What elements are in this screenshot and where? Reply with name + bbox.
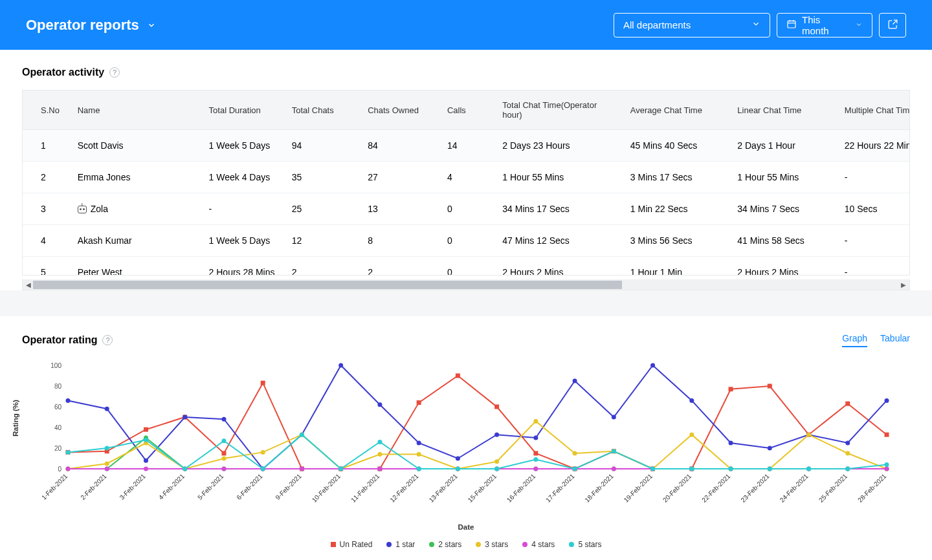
column-header[interactable]: Name — [71, 91, 203, 130]
svg-point-158 — [689, 467, 694, 471]
scrollbar-thumb[interactable] — [33, 281, 622, 289]
svg-point-141 — [885, 467, 889, 471]
table-cell: Scott Davis — [71, 130, 203, 162]
table-header-row: S.NoNameTotal DurationTotal ChatsChats O… — [23, 91, 909, 130]
table-row[interactable]: 3Zola-2513034 Mins 17 Secs1 Min 22 Secs3… — [23, 193, 909, 225]
column-header[interactable]: Total Chats — [285, 91, 361, 130]
table-cell: Emma Jones — [71, 162, 203, 193]
svg-text:28-Feb-2021: 28-Feb-2021 — [856, 472, 888, 504]
chevron-down-icon — [147, 21, 156, 30]
column-header[interactable]: Linear Chat Time — [731, 91, 838, 130]
table-cell: 0 — [441, 257, 496, 275]
legend-item[interactable]: 2 stars — [429, 540, 461, 549]
svg-text:20: 20 — [54, 445, 62, 452]
svg-point-72 — [768, 446, 772, 451]
table-row[interactable]: 5Peter West2 Hours 28 Mins2202 Hours 2 M… — [23, 257, 909, 275]
table-row[interactable]: 2Emma Jones1 Week 4 Days352741 Hour 55 M… — [23, 162, 909, 193]
column-header[interactable]: Total Chat Time(Operator hour) — [496, 91, 624, 130]
svg-point-54 — [66, 398, 71, 403]
horizontal-scrollbar[interactable]: ◀ ▶ — [22, 279, 910, 290]
scrollbar-track[interactable] — [33, 281, 899, 289]
scrollbar-left-arrow-icon[interactable]: ◀ — [24, 281, 33, 288]
legend-item[interactable]: 4 stars — [522, 540, 555, 549]
svg-point-109 — [494, 459, 499, 464]
help-icon[interactable]: ? — [109, 67, 120, 78]
svg-text:12-Feb-2021: 12-Feb-2021 — [388, 472, 420, 504]
legend-item[interactable]: Un Rated — [331, 540, 373, 549]
svg-text:13-Feb-2021: 13-Feb-2021 — [428, 472, 460, 504]
svg-point-153 — [494, 467, 499, 471]
legend-item[interactable]: 1 star — [386, 540, 415, 549]
svg-point-62 — [377, 402, 382, 407]
column-header[interactable]: S.No — [23, 91, 71, 130]
svg-point-107 — [417, 452, 421, 457]
svg-point-163 — [885, 462, 889, 467]
svg-point-148 — [300, 433, 304, 437]
help-icon[interactable]: ? — [102, 335, 113, 345]
svg-text:1-Feb-2021: 1-Feb-2021 — [40, 472, 69, 501]
svg-point-118 — [845, 451, 850, 456]
table-cell: Zola — [71, 193, 203, 225]
svg-text:5-Feb-2021: 5-Feb-2021 — [196, 472, 225, 501]
page-title-dropdown[interactable]: Operator reports — [26, 17, 156, 34]
table-cell: 4 — [23, 225, 71, 257]
export-button[interactable] — [879, 13, 906, 38]
column-header[interactable]: Calls — [441, 91, 496, 130]
svg-rect-36 — [221, 451, 226, 456]
svg-point-124 — [221, 467, 226, 471]
svg-point-66 — [533, 436, 538, 440]
svg-rect-41 — [417, 400, 421, 405]
svg-text:24-Feb-2021: 24-Feb-2021 — [779, 472, 810, 504]
department-filter-label: All departments — [623, 19, 691, 30]
svg-point-69 — [650, 363, 655, 368]
table-cell: 27 — [361, 162, 441, 193]
column-header[interactable]: Average Chat Time — [624, 91, 731, 130]
date-range-label: This month — [802, 14, 850, 36]
operator-activity-table: S.NoNameTotal DurationTotal ChatsChats O… — [22, 90, 910, 275]
table-cell: 2 — [23, 162, 71, 193]
svg-point-154 — [533, 457, 538, 462]
calendar-icon — [786, 19, 797, 31]
legend-item[interactable]: 3 stars — [476, 540, 508, 549]
chevron-down-icon — [855, 19, 863, 30]
svg-point-159 — [729, 467, 733, 471]
tab-graph[interactable]: Graph — [842, 333, 867, 347]
table-row[interactable]: 1Scott Davis1 Week 5 Days9484142 Days 23… — [23, 130, 909, 162]
scrollbar-right-arrow-icon[interactable]: ▶ — [899, 281, 908, 288]
svg-rect-42 — [456, 374, 460, 378]
svg-point-65 — [494, 433, 499, 437]
table-cell: 13 — [361, 193, 441, 225]
table-scroll-area[interactable]: S.NoNameTotal DurationTotal ChatsChats O… — [23, 91, 909, 275]
table-cell: 0 — [441, 225, 496, 257]
table-cell: 4 — [441, 162, 496, 193]
table-cell: 1 Week 5 Days — [203, 225, 285, 257]
table-cell: 3 Mins 17 Secs — [624, 162, 731, 193]
table-row[interactable]: 4Akash Kumar1 Week 5 Days128047 Mins 12 … — [23, 225, 909, 257]
svg-text:18-Feb-2021: 18-Feb-2021 — [583, 472, 615, 504]
svg-point-58 — [221, 417, 226, 422]
svg-point-161 — [806, 467, 811, 471]
legend-marker-icon — [429, 542, 434, 547]
chart-legend: Un Rated1 star2 stars3 stars4 stars5 sta… — [22, 531, 910, 560]
svg-point-122 — [144, 467, 148, 471]
chart-x-axis-label: Date — [22, 523, 910, 531]
table-cell: 94 — [285, 130, 361, 162]
column-header[interactable]: Chats Owned — [361, 91, 441, 130]
export-icon — [887, 19, 898, 32]
svg-point-102 — [221, 457, 226, 461]
svg-point-151 — [417, 467, 421, 471]
table-cell: 1 Week 4 Days — [203, 162, 285, 193]
svg-rect-52 — [845, 402, 850, 406]
tab-tabular[interactable]: Tabular — [880, 333, 910, 347]
date-range-filter[interactable]: This month — [777, 13, 872, 38]
column-header[interactable]: Total Duration — [203, 91, 285, 130]
column-header[interactable]: Multiple Chat Time — [838, 91, 909, 130]
department-filter[interactable]: All departments — [614, 13, 770, 38]
svg-point-71 — [729, 441, 733, 446]
legend-item[interactable]: 5 stars — [569, 540, 601, 549]
table-cell: 41 Mins 58 Secs — [731, 225, 838, 257]
table-cell: 2 Days 1 Hour — [731, 130, 838, 162]
table-cell: 1 Hour 1 Min — [624, 257, 731, 275]
svg-text:15-Feb-2021: 15-Feb-2021 — [467, 472, 498, 504]
page-title: Operator reports — [26, 17, 139, 34]
